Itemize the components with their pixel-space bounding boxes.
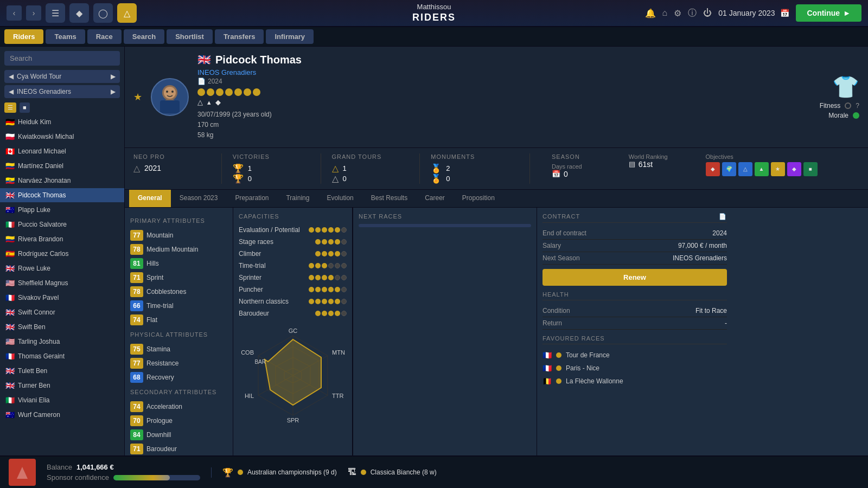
tab-transfers[interactable]: Transfers <box>215 29 264 44</box>
power-icon[interactable]: ⏻ <box>703 8 712 18</box>
radar-chart-container: GC MTN TTR SPR HIL COB BAR <box>239 319 347 439</box>
info-icon[interactable]: ⓘ <box>688 8 697 19</box>
flag-gb2: 🇬🇧 <box>5 264 15 273</box>
tab-best-results[interactable]: Best Results <box>362 190 416 207</box>
tab-proposition[interactable]: Proposition <box>454 190 503 207</box>
back-button[interactable]: ‹ <box>7 5 22 21</box>
tab-race[interactable]: Race <box>87 29 122 44</box>
tab-season2023[interactable]: Season 2023 <box>171 190 227 207</box>
rider-item-leonard[interactable]: 🇨🇦Leonard Michael <box>0 144 124 159</box>
sidebar-search[interactable]: Search <box>4 51 120 66</box>
rider-bio: 30/07/1999 (23 years old) 170 cm 58 kg <box>197 110 811 141</box>
flag-fr1: 🇫🇷 <box>5 293 15 302</box>
race-dot-1 <box>556 352 561 358</box>
next-races-column: NEXT RACES <box>353 208 537 455</box>
menu-icon[interactable]: ☰ <box>46 3 65 23</box>
favoured-races-title-bar: FAVOURED RACES <box>542 335 727 344</box>
race-flag-fr2: 🇫🇷 <box>542 364 552 373</box>
gt-silver-icon: △ <box>332 174 339 184</box>
confidence-bar-bg <box>113 475 200 480</box>
contract-edit-icon[interactable]: 📄 <box>719 213 727 220</box>
renew-button[interactable]: Renew <box>542 269 727 286</box>
rider-item-turner[interactable]: 🇬🇧Turner Ben <box>0 378 124 393</box>
globe-icon[interactable]: ◆ <box>69 3 89 23</box>
cap-puncher: Puncher <box>239 284 347 296</box>
cap-sprinter: Sprinter <box>239 272 347 284</box>
rider-team-display: INEOS Grenadiers <box>197 68 811 76</box>
flag-gb1: 🇬🇧 <box>5 191 15 200</box>
flag-gb6: 🇬🇧 <box>5 381 15 390</box>
rider-item-swift-c[interactable]: 🇬🇧Swift Connor <box>0 305 124 320</box>
continue-button[interactable]: Continue ► <box>796 4 861 22</box>
event-item-1: 🏆 Australian championships (9 d) <box>222 467 337 478</box>
tab-preparation[interactable]: Preparation <box>226 190 277 207</box>
rider-item-rodriguez[interactable]: 🇪🇸Rodríguez Carlos <box>0 247 124 261</box>
flag-co: 🇨🇴 <box>5 162 15 170</box>
rider-item-heiduk[interactable]: 🇩🇪Heiduk Kim <box>0 115 124 130</box>
race-event-icon: 🏗 <box>348 467 356 477</box>
rider-item-sivakov[interactable]: 🇫🇷Sivakov Pavel <box>0 291 124 305</box>
rider-item-rowe[interactable]: 🇬🇧Rowe Luke <box>0 261 124 276</box>
divider2 <box>321 153 321 184</box>
clock-icon[interactable]: ◯ <box>93 3 113 23</box>
flag-au1: 🇦🇺 <box>5 206 15 214</box>
tab-career[interactable]: Career <box>416 190 454 207</box>
sort-btn2[interactable]: ■ <box>20 102 30 113</box>
attributes-column: PRIMARY ATTRIBUTES 77Mountain 78Medium M… <box>125 208 233 455</box>
tab-search[interactable]: Search <box>124 29 164 44</box>
riders-icon[interactable]: △ <box>117 3 137 23</box>
rider-item-tulett[interactable]: 🇬🇧Tulett Ben <box>0 364 124 378</box>
event-item-2: 🏗 Classica Bianche (8 w) <box>348 467 437 478</box>
calendar-icon[interactable]: 📅 <box>780 9 789 17</box>
rating-dot-3 <box>216 88 224 96</box>
tab-general[interactable]: General <box>129 190 171 207</box>
top-bar-left: ‹ › ☰ ◆ ◯ △ <box>7 3 137 23</box>
victories-gold: 1 <box>248 164 252 172</box>
date-display: 01 January 2023 📅 <box>718 9 789 17</box>
rider-item-pidcock[interactable]: 🇬🇧Pidcock Thomas <box>0 188 124 203</box>
health-title: HEALTH <box>542 291 569 298</box>
rider-item-tarling[interactable]: 🇺🇸Tarling Joshua <box>0 335 124 349</box>
divider3 <box>419 153 420 184</box>
rider-item-wurf[interactable]: 🇦🇺Wurf Cameron <box>0 408 124 422</box>
sort-btn1[interactable]: ☰ <box>4 102 16 113</box>
tab-evolution[interactable]: Evolution <box>318 190 362 207</box>
rider-item-puccio[interactable]: 🇮🇹Puccio Salvatore <box>0 217 124 232</box>
rider-header: ★ 🇬🇧 Pidcock Thomas <box>125 47 868 148</box>
tab-shortlist[interactable]: Shortlist <box>167 29 213 44</box>
tab-training[interactable]: Training <box>277 190 318 207</box>
tab-infirmary[interactable]: Infirmary <box>266 29 314 44</box>
flag-it1: 🇮🇹 <box>5 220 15 229</box>
chevron-left-icon: ◀ <box>9 73 14 80</box>
team-dropdown[interactable]: ◀ INEOS Grenadiers ▶ <box>4 85 120 98</box>
top-bar: ‹ › ☰ ◆ ◯ △ Matthissou RIDERS 🔔 ⌂ ⚙ ⓘ ⏻ … <box>0 0 868 27</box>
forward-button[interactable]: › <box>26 5 41 21</box>
tab-riders[interactable]: Riders <box>4 29 43 44</box>
obj-badge-4: ▲ <box>755 162 769 176</box>
attr-hills: 81Hills <box>130 256 227 271</box>
notification-icon[interactable]: 🔔 <box>645 8 656 18</box>
rider-item-thomas[interactable]: 🇫🇷Thomas Geraint <box>0 349 124 364</box>
tab-teams[interactable]: Teams <box>46 29 85 44</box>
rider-item-swift-b[interactable]: 🇬🇧Swift Ben <box>0 320 124 335</box>
settings-icon[interactable]: ⚙ <box>674 8 681 18</box>
rider-item-viviani[interactable]: 🇮🇹Viviani Elia <box>0 393 124 408</box>
rider-item-rivera[interactable]: 🇨🇴Rivera Brandon <box>0 232 124 247</box>
mountain-icon: ▴ <box>207 98 211 106</box>
world-tour-dropdown[interactable]: ◀ Cya World Tour ▶ <box>4 70 120 83</box>
star-icon[interactable]: ★ <box>133 91 142 103</box>
confidence-label: Sponsor confidence <box>47 473 109 481</box>
rider-header-right: 👕 Fitness ? Morale <box>820 74 859 119</box>
rider-item-sheffield[interactable]: 🇺🇸Sheffield Magnus <box>0 276 124 291</box>
rider-item-narvaez[interactable]: 🇪🇨Narváez Jhonatan <box>0 174 124 188</box>
rider-item-plapp[interactable]: 🇦🇺Plapp Luke <box>0 203 124 217</box>
rider-item-kwiatkowski[interactable]: 🇵🇱Kwiatkowski Michal <box>0 130 124 144</box>
bottom-bar: Balance 1,041,666 € Sponsor confidence 🏆… <box>0 455 868 488</box>
home-icon[interactable]: ⌂ <box>662 8 668 18</box>
ranking-icon: ▤ <box>629 160 635 168</box>
rider-item-martinez[interactable]: 🇨🇴Martínez Daniel <box>0 159 124 174</box>
next-races-title: NEXT RACES <box>359 213 531 220</box>
obj-badge-5: ★ <box>771 162 785 176</box>
events-section: 🏆 Australian championships (9 d) 🏗 Class… <box>211 467 859 478</box>
svg-text:TTR: TTR <box>332 393 343 399</box>
